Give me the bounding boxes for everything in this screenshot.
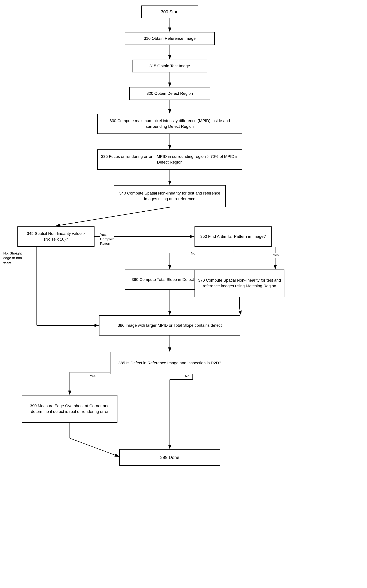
box-335-label: 335 Focus or rendering error if MPID in … [100,154,239,165]
box-385-label: 385 Is Defect in Reference Image and ins… [118,360,221,366]
svg-line-27 [70,438,119,457]
svg-line-8 [56,207,170,226]
box-330-label: 330 Compute maximum pixel intensity diff… [100,118,239,129]
box-310-label: 310 Obtain Reference Image [144,36,196,41]
label-no-385: No [185,374,189,379]
label-yes-complex: Yes: Complex Pattern [100,233,114,246]
box-300-start: 300 Start [141,6,198,18]
box-345-label: 345 Spatial Non-linearity value > (Noise… [21,231,91,242]
box-399-label: 399 Done [160,454,179,460]
box-315-label: 315 Obtain Test Image [150,63,190,69]
flowchart: 300 Start 310 Obtain Reference Image 315… [0,0,367,588]
box-390-label: 390 Measure Edge Overshoot at Corner and… [25,403,114,415]
box-390: 390 Measure Edge Overshoot at Corner and… [22,395,117,423]
box-350: 350 Find A Similar Pattern in Image? [194,226,272,247]
box-380: 380 Image with larger MPID or Total Slop… [99,315,240,336]
box-350-label: 350 Find A Similar Pattern in Image? [200,234,266,240]
box-310: 310 Obtain Reference Image [125,32,215,45]
box-340-label: 340 Compute Spatial Non-linearity for te… [117,191,223,202]
box-300-label: 300 Start [161,9,179,15]
box-315: 315 Obtain Test Image [132,60,207,72]
box-370: 370 Compute Spatial Non-linearity for te… [194,270,284,297]
box-335: 335 Focus or rendering error if MPID in … [97,149,242,169]
box-380-label: 380 Image with larger MPID or Total Slop… [118,323,222,328]
box-320-label: 320 Obtain Defect Region [146,91,193,97]
svg-line-7 [56,207,170,226]
label-yes-385: Yes [90,374,96,379]
box-385: 385 Is Defect in Reference Image and ins… [110,352,229,374]
label-no-straight: No: Straight edge or non- edge [3,251,23,265]
box-340: 340 Compute Spatial Non-linearity for te… [114,185,226,207]
label-no-350: No [191,251,195,256]
svg-line-18 [240,308,241,315]
box-399-done: 399 Done [119,449,220,466]
box-370-label: 370 Compute Spatial Non-linearity for te… [198,278,281,289]
box-345: 345 Spatial Non-linearity value > (Noise… [17,226,94,247]
label-yes-350: Yes [273,253,279,258]
box-320: 320 Obtain Defect Region [129,87,210,100]
box-330: 330 Compute maximum pixel intensity diff… [97,114,242,134]
